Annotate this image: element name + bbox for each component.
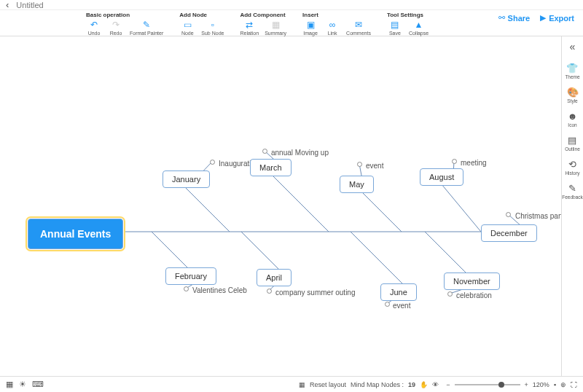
theme-icon: 👕 [566,63,578,74]
side-theme[interactable]: 👕Theme [565,63,579,79]
side-label: Feedback [562,195,583,200]
center-icon[interactable]: ⊕ [560,381,566,388]
side-label: History [565,170,579,176]
svg-line-11 [152,232,187,267]
month-node[interactable]: February [165,267,216,285]
toolbar-item-label: Comments [346,31,371,36]
event-label[interactable]: celebration [456,291,492,299]
month-node[interactable]: May [340,176,374,193]
keyboard-icon[interactable]: ⌨ [32,380,44,389]
connector-dot[interactable] [452,159,457,164]
connector-dot[interactable] [385,302,390,307]
reset-layout-button[interactable]: Reset layout [310,381,346,388]
rel-button[interactable]: ⇄Relation [240,20,259,36]
month-node[interactable]: April [257,269,292,286]
event-label[interactable]: event [366,162,383,170]
collapse-panel-icon[interactable]: « [570,41,576,52]
side-style[interactable]: 🎨Style [567,87,579,103]
subnode-button[interactable]: ▫Sub Node [201,20,224,36]
rel-icon: ⇄ [244,20,254,30]
toolbar-group: Tool Settings▤Save▲Collapse [387,12,429,36]
zoom-slider[interactable] [455,384,520,385]
connector-dot[interactable] [506,212,511,217]
zoom-out-button[interactable]: − [446,381,450,388]
side-label: Outline [565,146,580,152]
fullscreen-icon[interactable]: ⛶ [571,381,577,388]
grid-icon[interactable]: ▦ [6,380,13,389]
connector-dot[interactable] [262,149,267,154]
event-label[interactable]: Valentines Celeb [192,286,247,294]
event-label[interactable]: annual Moving up [271,149,329,157]
share-label: Share [508,14,531,23]
back-icon[interactable]: ‹ [6,0,9,10]
side-icon[interactable]: ☻Icon [568,111,578,128]
sum-button: ▦Summary [265,20,286,36]
cmt-button[interactable]: ✉Comments [346,20,371,36]
export-button[interactable]: ▶ Export [540,13,574,23]
sum-icon: ▦ [270,20,281,30]
outline-icon: ▤ [568,135,576,146]
connector-dot[interactable] [447,291,453,297]
save-button[interactable]: ▤Save [387,20,403,36]
history-icon: ⟲ [568,159,576,170]
toolbar-item-label: Format Painter [130,31,163,36]
connector-dot[interactable] [210,160,215,165]
style-icon: 🎨 [567,87,579,98]
svg-line-13 [241,232,278,269]
connector-dot[interactable] [184,286,189,291]
link-icon: ∞ [327,20,337,30]
month-node[interactable]: June [380,283,417,301]
hand-icon[interactable]: ✋ [420,381,428,388]
feedback-icon: ✎ [568,183,576,194]
toolbar-item-label: Save [389,31,401,36]
share-button[interactable]: ⚯ Share [498,13,531,23]
toolbar-group-title: Add Component [240,12,286,18]
side-outline[interactable]: ▤Outline [565,135,580,152]
svg-line-15 [351,232,402,283]
col-button[interactable]: ▲Collapse [409,20,429,36]
month-node[interactable]: August [420,168,463,186]
col-icon: ▲ [414,20,424,30]
toolbar-item-label: Node [181,31,194,36]
root-node[interactable]: Annual Events [28,219,123,249]
fit-icon[interactable]: ▪ [554,381,556,388]
fmt-button[interactable]: ✎Format Painter [130,20,163,36]
event-label[interactable]: meeting [461,159,487,167]
save-icon: ▤ [390,20,400,30]
reset-icon[interactable]: ▦ [299,381,305,388]
toolbar-item-label: Sub Node [201,31,224,36]
document-title: Untitled [16,1,43,9]
brightness-icon[interactable]: ☀ [19,380,26,389]
cmt-icon: ✉ [353,20,364,30]
export-label: Export [549,14,574,23]
connector-dot[interactable] [267,289,272,294]
event-label[interactable]: Christmas part [515,212,563,220]
node-button[interactable]: ▭Node [179,20,195,36]
month-node[interactable]: December [481,224,537,242]
month-node[interactable]: March [250,159,292,176]
event-label[interactable]: company summer outing [275,289,356,297]
toolbar-item-label: Link [328,31,337,36]
toolbar-group-title: Add Node [179,12,224,18]
side-history[interactable]: ⟲History [565,159,579,176]
side-feedback[interactable]: ✎Feedback [562,183,583,200]
svg-line-5 [361,192,402,232]
nodes-label: Mind Map Nodes : [351,381,404,388]
toolbar-group-title: Tool Settings [387,12,429,18]
month-node[interactable]: November [444,273,500,290]
connector-dot[interactable] [357,162,362,167]
event-label[interactable]: event [393,302,410,310]
toolbar-item-label: Collapse [409,31,429,36]
nodes-count: 19 [408,381,415,388]
img-button[interactable]: ▣Image [302,20,318,36]
zoom-in-button[interactable]: + [525,381,528,388]
link-button[interactable]: ∞Link [324,20,340,36]
month-node[interactable]: January [163,170,210,188]
svg-line-17 [425,232,466,273]
undo-button[interactable]: ↶Undo [86,20,102,36]
side-label: Style [567,98,577,103]
eye-icon[interactable]: 👁 [432,381,439,388]
redo-button: ↷Redo [108,20,124,36]
side-label: Icon [568,122,576,128]
toolbar-group: Insert▣Image∞Link✉Comments [302,12,371,36]
